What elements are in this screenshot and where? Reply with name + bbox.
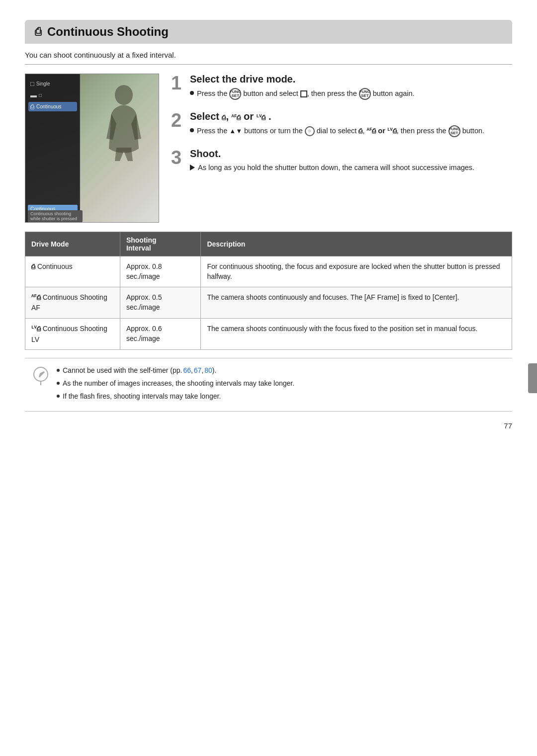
table-cell-mode-af: AF⎙ Continuous Shooting AF [25, 287, 120, 318]
mode-sel-lv: LV⎙ [387, 128, 397, 135]
cam-sublabel-text: Continuous shooting while shutter is pre… [28, 210, 83, 222]
dial-icon: ○ [305, 126, 315, 136]
cam-menu-item: □ Single [28, 79, 77, 88]
notes-list: Cannot be used with the self-timer (pp. … [57, 365, 504, 404]
camera-illustration: □ Single ▬ □ ⎙ Continuous Continuous Con… [25, 74, 159, 223]
step-number-3: 3 [171, 148, 185, 167]
step-1-body: Select the drive mode. Press the FUNCSET… [190, 74, 512, 102]
page-number: 77 [25, 421, 512, 430]
note-text-2: As the number of images increases, the s… [63, 378, 294, 389]
table-header-drive-mode: Drive Mode [25, 232, 120, 256]
note-text-3: If the flash fires, shooting intervals m… [63, 391, 221, 402]
steps-content: 1 Select the drive mode. Press the FUNCS… [171, 74, 512, 223]
step-2-title: Select ⎙, AF⎙ or LV⎙ . [190, 111, 512, 122]
note-dot-1 [57, 369, 60, 372]
step-2-text: Press the ▲▼ buttons or turn the ○ dial … [197, 125, 484, 137]
subtitle: You can shoot continuously at a fixed in… [25, 51, 512, 59]
note-item-1: Cannot be used with the self-timer (pp. … [57, 365, 504, 376]
step-number-1: 1 [171, 74, 185, 92]
cam-menu-item: ▬ □ [28, 90, 77, 100]
note-dot-2 [57, 382, 60, 385]
step-number-2: 2 [171, 111, 185, 130]
mode-sel-af: AF⎙ [367, 128, 376, 135]
cam-photo-bg [79, 74, 159, 222]
note-item-2: As the number of images increases, the s… [57, 378, 504, 389]
notes-pencil-icon [33, 366, 49, 389]
table-row-lv: LV⎙ Continuous Shooting LV Approx. 0.6 s… [25, 318, 512, 349]
table-cell-interval-lv: Approx. 0.6 sec./image [120, 318, 200, 349]
cam-menu-item-continuous: ⎙ Continuous [28, 102, 77, 111]
single-mode-icon [300, 90, 307, 97]
title-bar: ⎙ Continuous Shooting [25, 20, 512, 44]
note-text-1: Cannot be used with the self-timer (pp. … [63, 365, 216, 376]
person-silhouette [104, 84, 144, 164]
step-3: 3 Shoot. As long as you hold the shutter… [171, 148, 512, 175]
func-set-btn-2: FUNCSET [359, 88, 371, 100]
note-link-66[interactable]: 66 [183, 366, 191, 374]
notes-box: Cannot be used with the self-timer (pp. … [25, 358, 512, 412]
section-divider [25, 64, 512, 65]
triangle-bullet [190, 165, 195, 170]
step-2-body: Select ⎙, AF⎙ or LV⎙ . Press the ▲▼ butt… [190, 111, 512, 139]
bullet-icon [190, 91, 194, 95]
func-set-btn-1: FUNCSET [229, 88, 241, 100]
note-link-67[interactable]: 67 [194, 366, 202, 374]
step-3-text: As long as you hold the shutter button d… [198, 163, 474, 173]
table-cell-desc-af: The camera shoots continuously and focus… [201, 287, 512, 318]
step-3-body: Shoot. As long as you hold the shutter b… [190, 148, 512, 175]
note-link-80[interactable]: 80 [204, 366, 212, 374]
svg-point-0 [115, 85, 133, 105]
table-row-af: AF⎙ Continuous Shooting AF Approx. 0.5 s… [25, 287, 512, 318]
table-cell-desc-continuous: For continuous shooting, the focus and e… [201, 256, 512, 287]
table-cell-desc-lv: The camera shoots continuously with the … [201, 318, 512, 349]
af-label: Continuous Shooting AF [31, 293, 107, 312]
lv-label: Continuous Shooting LV [31, 325, 107, 343]
table-header-description: Description [201, 232, 512, 256]
drive-mode-table: Drive Mode ShootingInterval Description … [25, 232, 512, 350]
note-dot-3 [57, 395, 60, 398]
title-icon: ⎙ [35, 25, 41, 38]
mode-sel-cont: ⎙ [358, 128, 362, 135]
step-3-title: Shoot. [190, 148, 512, 160]
arrows-icon: ▲▼ [229, 126, 242, 136]
cont-icon: ⎙ [31, 263, 35, 271]
page-title: Continuous Shooting [47, 25, 169, 39]
af-icon: AF⎙ [31, 294, 41, 302]
step-2: 2 Select ⎙, AF⎙ or LV⎙ . Press the ▲▼ bu… [171, 111, 512, 139]
table-header-interval: ShootingInterval [120, 232, 200, 256]
mode-icon-cont: ⎙ [222, 114, 226, 122]
cont-label: Continuous [37, 262, 73, 270]
step-2-bullet-1: Press the ▲▼ buttons or turn the ○ dial … [190, 125, 512, 137]
step-3-bullet-1: As long as you hold the shutter button d… [190, 163, 512, 173]
func-set-btn-3: FUNCSET [448, 125, 460, 137]
step-1-text: Press the FUNCSET button and select , th… [197, 88, 415, 100]
mode-icon-lv: LV⎙ [257, 114, 266, 122]
right-side-tab [528, 363, 537, 393]
table-cell-interval-continuous: Approx. 0.8 sec./image [120, 256, 200, 287]
step-1: 1 Select the drive mode. Press the FUNCS… [171, 74, 512, 102]
step-1-title: Select the drive mode. [190, 74, 512, 85]
table-cell-interval-af: Approx. 0.5 sec./image [120, 287, 200, 318]
table-cell-mode-lv: LV⎙ Continuous Shooting LV [25, 318, 120, 349]
bullet-icon-2 [190, 128, 194, 132]
step-1-bullet-1: Press the FUNCSET button and select , th… [190, 88, 512, 100]
note-item-3: If the flash fires, shooting intervals m… [57, 391, 504, 402]
steps-area: □ Single ▬ □ ⎙ Continuous Continuous Con… [25, 74, 512, 223]
table-cell-mode-continuous: ⎙ Continuous [25, 256, 120, 287]
table-row-continuous: ⎙ Continuous Approx. 0.8 sec./image For … [25, 256, 512, 287]
cam-menu-overlay: □ Single ▬ □ ⎙ Continuous Continuous Con… [25, 74, 80, 222]
mode-icon-af: AF⎙ [232, 114, 241, 122]
lv-icon: LV⎙ [31, 326, 41, 333]
